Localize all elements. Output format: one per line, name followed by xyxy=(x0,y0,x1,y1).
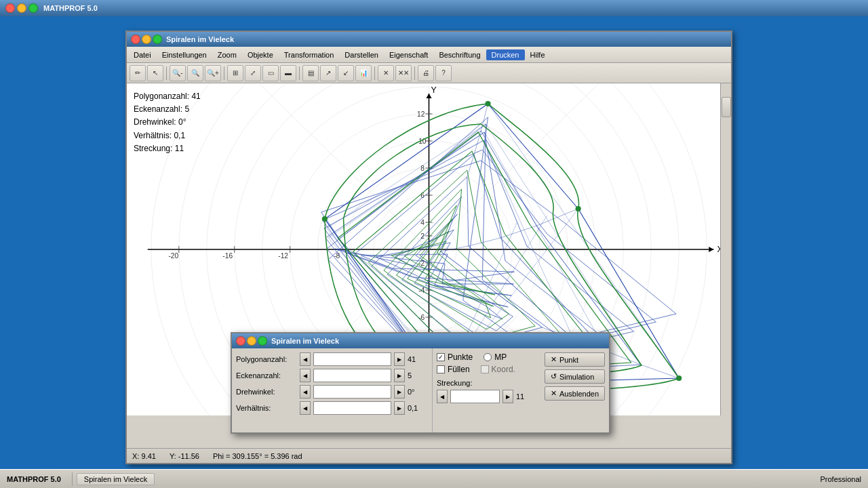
menu-einstellungen[interactable]: Einstellungen xyxy=(157,49,212,60)
scrollbar-vertical[interactable] xyxy=(720,83,731,415)
radio-mp[interactable] xyxy=(484,353,492,361)
info-verhaltnis-value: 0,1 xyxy=(174,131,185,140)
maximize-btn-dialog[interactable] xyxy=(258,336,267,346)
toolbar-chart-btn[interactable]: 📊 xyxy=(355,65,372,81)
dialog-value-polygonanzahl: 41 xyxy=(408,355,428,363)
close-btn-dialog[interactable] xyxy=(236,336,245,346)
toolbar-export-btn[interactable]: ↗ xyxy=(320,65,336,81)
dialog-row-streckung: ◀ ▶ 11 xyxy=(437,390,536,403)
dialog-arrow-right-streckung[interactable]: ▶ xyxy=(502,390,513,403)
toolbar-sep-4 xyxy=(374,66,375,80)
outer-window: MATHPROF 5.0 Spiralen im Vieleck Datei E… xyxy=(0,0,868,488)
menu-beschriftung[interactable]: Beschriftung xyxy=(433,49,486,60)
svg-point-109 xyxy=(485,101,490,106)
maximize-btn-outer[interactable] xyxy=(28,3,38,13)
info-drehwinkel-value: 0° xyxy=(178,117,186,127)
dialog-track-drehwinkel[interactable] xyxy=(313,385,391,399)
main-titlebar: Spiralen im Vieleck xyxy=(127,32,731,47)
toolbar-sep-1 xyxy=(166,66,167,80)
main-title: Spiralen im Vieleck xyxy=(166,35,234,43)
toolbar-print-btn[interactable]: 🖨 xyxy=(418,65,434,81)
dialog-arrow-left-eckenanzahl[interactable]: ◀ xyxy=(300,369,311,382)
dialog-track-eckenanzahl[interactable] xyxy=(313,369,391,382)
toolbar-fit-btn[interactable]: ⤢ xyxy=(245,65,261,81)
status-phi: Phi = 309.155° = 5.396 rad xyxy=(213,452,302,460)
toolbar-frame-btn[interactable]: ▭ xyxy=(262,65,279,81)
toolbar-draw-btn[interactable]: ✏ xyxy=(130,65,146,81)
dialog-arrow-right-eckenanzahl[interactable]: ▶ xyxy=(394,369,405,382)
toolbar-import-btn[interactable]: ↙ xyxy=(338,65,354,81)
dialog-arrow-left-verhaltnis[interactable]: ◀ xyxy=(300,401,311,415)
checkbox-koord[interactable] xyxy=(481,365,489,373)
info-verhaltnis: Verhältnis: 0,1 xyxy=(134,129,201,142)
close-btn-main[interactable] xyxy=(131,35,140,44)
menu-zoom[interactable]: Zoom xyxy=(212,49,242,60)
taskbar-professional: Professional xyxy=(813,475,868,483)
simulation-button[interactable]: ↺ Simulation xyxy=(545,369,605,384)
svg-text:-6: -6 xyxy=(418,314,425,321)
dialog-window: Spiralen im Vieleck Polygonanzahl: ◀ ▶ 4… xyxy=(231,332,610,434)
toolbar-grid-btn[interactable]: ⊞ xyxy=(227,65,243,81)
dialog-track-streckung[interactable] xyxy=(450,390,500,403)
dialog-title: Spiralen im Vieleck xyxy=(271,337,339,345)
svg-text:-16: -16 xyxy=(222,252,233,260)
dialog-arrow-left-drehwinkel[interactable]: ◀ xyxy=(300,385,311,399)
toolbar-delete-btn[interactable]: ✕ xyxy=(378,65,394,81)
taskbar-window-item[interactable]: Spiralen im Vieleck xyxy=(77,473,155,485)
dialog-titlebar-buttons xyxy=(236,336,267,346)
dialog-arrow-right-verhaltnis[interactable]: ▶ xyxy=(394,401,405,415)
toolbar-table-btn[interactable]: ▤ xyxy=(302,65,319,81)
punkt-button[interactable]: ✕ Punkt xyxy=(545,352,605,367)
toolbar-clear-btn[interactable]: ✕✕ xyxy=(395,65,412,81)
minimize-btn-dialog[interactable] xyxy=(247,336,256,346)
info-polygonanzahl-value: 41 xyxy=(191,92,200,101)
toolbar-zoom-reset-btn[interactable]: 🔍 xyxy=(187,65,203,81)
streckung-section: Streckung: ◀ ▶ 11 xyxy=(437,378,536,403)
scrollbar-thumb xyxy=(722,97,731,117)
menu-hilfe[interactable]: Hilfe xyxy=(525,49,551,60)
dialog-arrow-right-drehwinkel[interactable]: ▶ xyxy=(394,385,405,399)
svg-point-110 xyxy=(676,375,682,381)
svg-text:-20: -20 xyxy=(168,252,178,260)
menu-drucken[interactable]: Drucken xyxy=(486,49,525,60)
info-verhaltnis-label: Verhältnis: xyxy=(134,131,172,140)
checkbox-label-fullen: Füllen xyxy=(448,365,470,374)
info-drehwinkel: Drehwinkel: 0° xyxy=(134,116,201,129)
menu-darstellen[interactable]: Darstellen xyxy=(339,49,384,60)
menu-datei[interactable]: Datei xyxy=(128,49,157,60)
buttons-panel: ✕ Punkt ↺ Simulation ✕ Ausblenden xyxy=(540,348,609,432)
info-drehwinkel-label: Drehwinkel: xyxy=(134,117,176,127)
dialog-track-polygonanzahl[interactable] xyxy=(313,352,391,366)
dialog-row-verhaltnis: Verhältnis: ◀ ▶ 0,1 xyxy=(236,401,428,415)
checkbox-punkte[interactable] xyxy=(437,353,445,361)
toolbar-sep-2 xyxy=(224,66,224,80)
toolbar-select-btn[interactable]: ↖ xyxy=(147,65,163,81)
dialog-track-verhaltnis[interactable] xyxy=(313,401,391,415)
dialog-arrow-left-polygonanzahl[interactable]: ◀ xyxy=(300,352,311,366)
checkbox-fullen[interactable] xyxy=(437,365,445,373)
menu-eigenschaft[interactable]: Eigenschaft xyxy=(384,49,433,60)
outer-title: MATHPROF 5.0 xyxy=(43,4,98,12)
minimize-btn-outer[interactable] xyxy=(17,3,26,13)
info-eckenanzahl-label: Eckenanzahl: xyxy=(134,104,182,114)
maximize-btn-main[interactable] xyxy=(153,35,162,44)
close-btn-outer[interactable] xyxy=(5,3,15,13)
main-titlebar-buttons xyxy=(131,35,162,44)
menu-objekte[interactable]: Objekte xyxy=(242,49,279,60)
taskbar-app-name: MATHPROF 5.0 xyxy=(0,475,68,483)
toolbar-zoom-out-btn[interactable]: 🔍- xyxy=(170,65,186,81)
dialog-arrow-right-polygonanzahl[interactable]: ▶ xyxy=(394,352,405,366)
checkbox-label-punkte: Punkte xyxy=(448,352,473,362)
menu-transformation[interactable]: Transformation xyxy=(279,49,340,60)
toolbar-zoom-in-btn[interactable]: 🔍+ xyxy=(205,65,221,81)
streckung-label: Streckung: xyxy=(437,379,473,387)
dialog-arrow-left-streckung[interactable]: ◀ xyxy=(437,390,448,403)
statusbar: X: 9.41 Y: -11.56 Phi = 309.155° = 5.396… xyxy=(127,448,731,463)
info-streckung: Streckung: 11 xyxy=(134,142,201,155)
ausblenden-button[interactable]: ✕ Ausblenden xyxy=(545,386,605,401)
svg-text:12: 12 xyxy=(417,110,425,118)
toolbar-help-btn[interactable]: ? xyxy=(435,65,452,81)
toolbar-frame2-btn[interactable]: ▬ xyxy=(280,65,296,81)
info-streckung-value: 11 xyxy=(175,144,184,153)
minimize-btn-main[interactable] xyxy=(142,35,151,44)
